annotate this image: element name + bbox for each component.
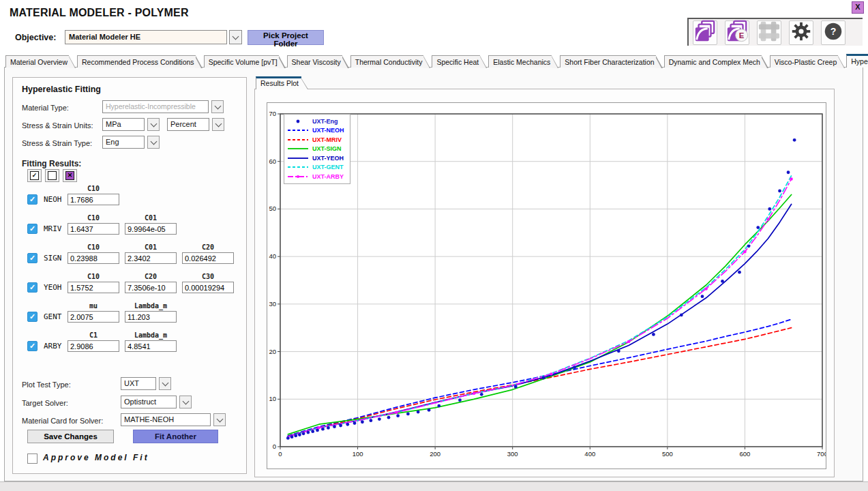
approve-model-fit-checkbox[interactable]	[27, 453, 38, 464]
tab-specific-volume-pvt[interactable]: Specific Volume [pvT]	[204, 55, 279, 68]
select-all-icon: ✓	[30, 171, 39, 180]
coeff-input-GENT-mu[interactable]	[68, 311, 119, 323]
strain-units-value: Percent	[170, 120, 196, 128]
svg-text:60: 60	[269, 158, 276, 165]
tab-label: Visco-Plastic Creep	[775, 58, 837, 66]
coeff-input-SIGN-C10[interactable]	[68, 252, 119, 264]
save-changes-button[interactable]: Save Changes	[27, 430, 114, 443]
coeff-input-GENT-Lambda_m[interactable]	[125, 311, 177, 323]
legend-item-UXT-MRIV: UXT-MRIV	[287, 135, 344, 145]
coeff-label-ARBY-Lambda_m: Lambda_m	[125, 331, 177, 339]
coeff-input-YEOH-C10[interactable]	[68, 282, 119, 293]
coeff-input-YEOH-C20[interactable]	[125, 282, 177, 293]
tab-specific-heat[interactable]: Specific Heat	[432, 55, 480, 68]
invert-selection-button[interactable]: ✕	[63, 169, 77, 182]
svg-text:600: 600	[739, 450, 750, 458]
material-card-dropdown-button[interactable]	[213, 413, 226, 426]
main-content: Hyperelastic Fitting Material Type: Hype…	[4, 67, 863, 481]
coeff-input-ARBY-Lambda_m[interactable]	[125, 340, 177, 352]
legend-label: UXT-ARBY	[312, 173, 344, 180]
objective-select[interactable]: Material Modeler HE	[65, 30, 227, 44]
tab-label: Specific Volume [pvT]	[209, 58, 278, 66]
app-window: MATERIAL MODELER - POLYMER X Objective: …	[0, 0, 868, 491]
coeff-input-NEOH-C10[interactable]	[68, 194, 119, 205]
model-checkbox-YEOH[interactable]: ✓	[27, 282, 38, 293]
select-none-button[interactable]	[45, 169, 59, 182]
tab-thermal-conductivity[interactable]: Thermal Conductivity	[350, 55, 424, 68]
coeff-input-ARBY-C1[interactable]	[68, 340, 119, 352]
strain-type-dropdown-button[interactable]	[147, 136, 160, 149]
strain-type-select[interactable]: Eng	[102, 136, 145, 149]
legend-sample-solid	[287, 155, 309, 162]
tab-shear-viscosity[interactable]: Shear Viscosity	[287, 55, 342, 68]
coeff-input-MRIV-C01[interactable]	[125, 223, 177, 235]
polymer-logo-button[interactable]	[693, 20, 717, 45]
tab-label: Thermal Conductivity	[355, 58, 423, 66]
close-button[interactable]: X	[852, 1, 864, 14]
tab-label: Dynamic and Complex Mech	[669, 58, 760, 66]
coeff-input-YEOH-C30[interactable]	[182, 282, 234, 293]
coeff-input-SIGN-C01[interactable]	[125, 252, 177, 264]
coeff-input-SIGN-C20[interactable]	[182, 252, 234, 264]
target-solver-select[interactable]: Optistruct	[121, 396, 177, 408]
polymer-logo-icon	[693, 20, 717, 45]
help-button[interactable]: ?	[821, 20, 845, 45]
svg-text:400: 400	[584, 450, 595, 458]
coeff-input-MRIV-C10[interactable]	[68, 223, 119, 235]
tab-short-fiber-characterization[interactable]: Short Fiber Characterization	[560, 55, 655, 68]
fit-another-button[interactable]: Fit Another	[133, 430, 218, 443]
tab-label: Shear Viscosity	[292, 58, 341, 66]
status-strip	[0, 481, 868, 491]
tab-elastic-mechanics[interactable]: Elastic Mechanics	[488, 55, 552, 68]
legend-sample-dashed	[287, 127, 309, 134]
material-type-dropdown-button[interactable]	[211, 100, 224, 113]
strain-units-dropdown-button[interactable]	[212, 118, 224, 131]
material-card-label: Material Card for Solver:	[22, 417, 103, 425]
model-checkbox-MRIV[interactable]: ✓	[27, 224, 38, 234]
strain-type-value: Eng	[106, 138, 119, 146]
stress-units-select[interactable]: MPa	[102, 118, 145, 131]
legend-sample-scatter	[287, 118, 309, 125]
svg-text:500: 500	[662, 450, 673, 458]
material-card-select[interactable]: MATHE-NEOH	[121, 413, 211, 426]
stress-units-dropdown-button[interactable]	[147, 118, 160, 131]
chevron-down-icon	[150, 120, 157, 127]
weave-button[interactable]	[757, 20, 781, 45]
tab-recommended-process-conditions[interactable]: Recommended Process Conditions	[77, 55, 196, 68]
tab-material-overview[interactable]: Material Overview	[5, 55, 69, 68]
coeff-label-SIGN-C01: C01	[125, 243, 177, 251]
settings-button[interactable]	[789, 20, 813, 45]
strain-type-label: Stress & Strain Type:	[22, 139, 92, 147]
tab-visco-plastic-creep[interactable]: Visco-Plastic Creep	[770, 55, 838, 68]
tab-results-plot[interactable]: Results Plot	[256, 76, 301, 89]
strain-units-select[interactable]: Percent	[167, 118, 209, 131]
chevron-down-icon	[216, 415, 223, 422]
tab-hyperelastic[interactable]: Hyperelastic	[846, 54, 868, 68]
results-plot-panel: UXT-EngUXT-NEOHUXT-MRIVUXT-SIGNUXT-YEOHU…	[254, 89, 835, 477]
model-checkbox-NEOH[interactable]: ✓	[27, 194, 38, 205]
select-all-button[interactable]: ✓	[27, 169, 42, 182]
pick-project-folder-button[interactable]: Pick Project Folder	[248, 30, 324, 45]
objective-dropdown-button[interactable]	[229, 30, 242, 44]
plot-test-type-select[interactable]: UXT	[121, 377, 156, 390]
coeff-label-SIGN-C20: C20	[182, 243, 234, 251]
model-checkbox-ARBY[interactable]: ✓	[27, 341, 38, 351]
model-checkbox-GENT[interactable]: ✓	[27, 312, 38, 322]
target-solver-dropdown-button[interactable]	[179, 396, 192, 408]
legend-item-UXT-ARBY: UXT-ARBY	[287, 172, 344, 181]
tab-dynamic-and-complex-mech[interactable]: Dynamic and Complex Mech	[664, 55, 762, 68]
toolbar: E	[687, 18, 863, 46]
legend-sample-solid	[287, 145, 309, 152]
material-type-select[interactable]: Hyperelastic-Incompressible	[102, 100, 209, 113]
e-badge: E	[739, 31, 745, 40]
material-type-value: Hyperelastic-Incompressible	[106, 102, 196, 110]
plot-test-type-dropdown-button[interactable]	[159, 377, 171, 390]
polymer-e-logo-button[interactable]: E	[725, 20, 749, 45]
hyperelastic-fitting-panel: Hyperelastic Fitting Material Type: Hype…	[12, 77, 247, 474]
svg-text:300: 300	[507, 450, 518, 458]
approve-model-fit-label: Approve Model Fit	[43, 453, 149, 462]
model-checkbox-SIGN[interactable]: ✓	[27, 253, 38, 263]
legend-sample-dashed	[287, 164, 309, 170]
chevron-down-icon	[233, 33, 239, 40]
gear-icon	[790, 20, 813, 45]
